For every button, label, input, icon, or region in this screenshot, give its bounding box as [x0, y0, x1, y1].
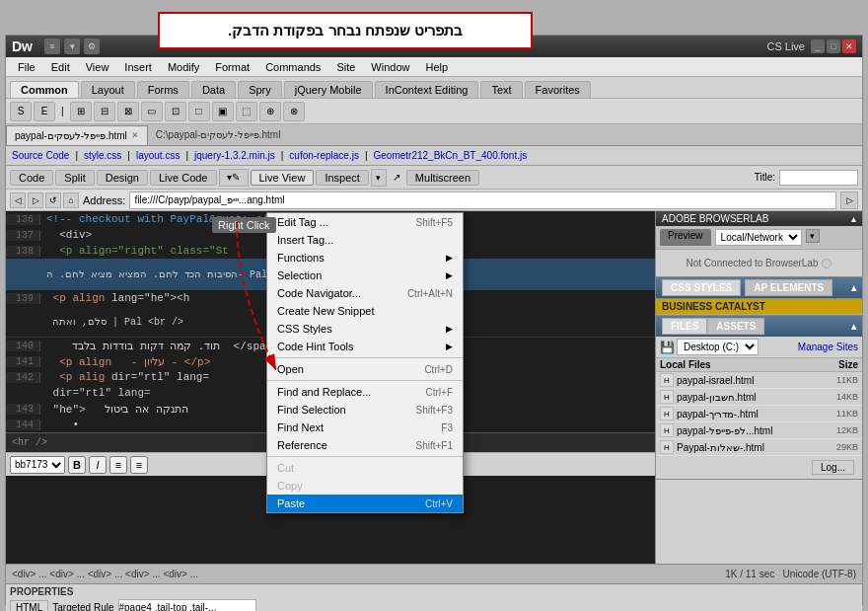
file-row-4[interactable]: H Paypal-שאלות-.html 29KB — [656, 439, 862, 456]
refresh-button[interactable]: ↺ — [45, 192, 61, 208]
cm-functions[interactable]: Functions ▶ — [267, 249, 463, 267]
inspect-icon[interactable]: ↗ — [389, 172, 404, 183]
menu-file[interactable]: File — [10, 59, 43, 75]
tool-3[interactable]: ⊠ — [117, 102, 139, 121]
title-input[interactable] — [779, 170, 858, 186]
menu-edit[interactable]: Edit — [43, 59, 78, 75]
view-inspect[interactable]: Inspect — [316, 170, 368, 186]
files-tab[interactable]: FILES — [662, 318, 707, 335]
cm-open[interactable]: Open Ctrl+D — [267, 360, 463, 378]
tool-standard[interactable]: S — [10, 102, 32, 121]
menu-site[interactable]: Site — [328, 59, 363, 75]
cm-selection[interactable]: Selection ▶ — [267, 267, 463, 284]
browserlab-collapse[interactable]: ▴ — [851, 213, 856, 224]
file-row-1[interactable]: H paypal-חשבון.html 14KB — [656, 389, 862, 406]
bl-arrow[interactable]: ▾ — [806, 229, 820, 243]
tool-4[interactable]: ▭ — [141, 102, 163, 121]
align-left[interactable]: ≡ — [109, 456, 127, 474]
cm-insert-tag[interactable]: Insert Tag... — [267, 231, 463, 249]
address-input[interactable] — [129, 191, 836, 209]
cm-find-selection[interactable]: Find Selection Shift+F3 — [267, 401, 463, 419]
related-layout[interactable]: layout.css — [134, 150, 181, 161]
tool-10[interactable]: ⊗ — [283, 102, 305, 121]
cm-find-replace[interactable]: Find and Replace... Ctrl+F — [267, 383, 463, 401]
related-style[interactable]: style.css — [82, 150, 123, 161]
cm-code-hint[interactable]: Code Hint Tools ▶ — [267, 338, 463, 355]
arrow-icon[interactable]: ▾ — [64, 38, 80, 54]
file-tab-close[interactable]: ✕ — [131, 130, 139, 140]
file-row-3[interactable]: H paypal-לפ-פייפל...html 12KB — [656, 422, 862, 439]
tool-5[interactable]: ⊡ — [165, 102, 186, 121]
bold-button[interactable]: B — [68, 456, 86, 474]
tool-6[interactable]: □ — [188, 102, 210, 121]
drive-select[interactable]: Desktop (C:) — [677, 339, 759, 355]
html-button[interactable]: HTML — [10, 600, 48, 612]
cm-create-snippet[interactable]: Create New Snippet — [267, 302, 463, 320]
cm-edit-tag[interactable]: Edit Tag ... Shift+F5 — [267, 213, 463, 231]
related-jquery[interactable]: jquery-1.3.2.min.js — [192, 150, 277, 161]
tool-8[interactable]: ⬚ — [236, 102, 257, 121]
tab-common[interactable]: Common — [10, 81, 79, 98]
inspect-arrow[interactable]: ▾ — [371, 169, 387, 187]
view-design[interactable]: Design — [97, 170, 148, 186]
tab-incontext[interactable]: InContext Editing — [375, 81, 479, 98]
forward-button[interactable]: ▷ — [28, 192, 43, 208]
tab-jquery-mobile[interactable]: jQuery Mobile — [284, 81, 373, 98]
tool-2[interactable]: ⊟ — [94, 102, 115, 121]
menu-modify[interactable]: Modify — [160, 59, 207, 75]
address-go[interactable]: ▷ — [840, 191, 858, 209]
bl-network-select[interactable]: Local/Network — [715, 229, 802, 246]
menu-format[interactable]: Format — [207, 59, 257, 75]
tab-data[interactable]: Data — [191, 81, 236, 98]
file-row-2[interactable]: H paypal-מדריך-.html 11KB — [656, 406, 862, 422]
tab-favorites[interactable]: Favorites — [525, 81, 591, 98]
css-collapse[interactable]: ▴ — [851, 282, 856, 293]
view-split[interactable]: Split — [55, 170, 94, 186]
targeted-rule-input[interactable] — [118, 599, 256, 611]
home-button[interactable]: ⌂ — [63, 192, 79, 208]
tool-7[interactable]: ▣ — [212, 102, 234, 121]
tab-forms[interactable]: Forms — [137, 81, 189, 98]
file-row-0[interactable]: H paypal-israel.html 11KB — [656, 372, 862, 389]
cm-css-styles[interactable]: CSS Styles ▶ — [267, 320, 463, 338]
manage-sites-link[interactable]: Manage Sites — [798, 342, 858, 352]
close-button[interactable]: ✕ — [842, 39, 856, 53]
css-styles-tab[interactable]: CSS STYLES — [662, 279, 741, 296]
tool-9[interactable]: ⊕ — [259, 102, 281, 121]
cm-paste[interactable]: Paste Ctrl+V — [267, 495, 463, 512]
view-code[interactable]: Code — [10, 170, 53, 186]
cm-find-next[interactable]: Find Next F3 — [267, 419, 463, 436]
menu-view[interactable]: View — [78, 59, 117, 75]
cm-code-navigator[interactable]: Code Navigator... Ctrl+Alt+N — [267, 284, 463, 302]
related-font[interactable]: Geometr212_BkCn_BT_400.font.js — [372, 150, 530, 161]
menu-commands[interactable]: Commands — [257, 59, 328, 75]
format-select[interactable]: bb7173 — [10, 456, 65, 474]
related-source[interactable]: Source Code — [10, 150, 71, 161]
italic-button[interactable]: I — [89, 456, 107, 474]
bl-preview-tab[interactable]: Preview — [660, 229, 711, 246]
view-live-code[interactable]: Live Code — [150, 170, 217, 186]
back-button[interactable]: ◁ — [10, 192, 26, 208]
live-code-arrow[interactable]: ▾✎ — [219, 169, 249, 187]
menu-help[interactable]: Help — [417, 59, 456, 75]
ap-elements-tab[interactable]: AP ELEMENTS — [745, 279, 832, 296]
align-center[interactable]: ≡ — [130, 456, 148, 474]
view-live-view[interactable]: Live View — [251, 170, 315, 186]
maximize-button[interactable]: □ — [827, 39, 840, 53]
settings-icon[interactable]: ⚙ — [84, 38, 100, 54]
tool-1[interactable]: ⊞ — [70, 102, 92, 121]
cm-reference[interactable]: Reference Shift+F1 — [267, 436, 463, 454]
file-tab-active[interactable]: paypal-פייפל-לעסקים.html ✕ — [6, 125, 148, 145]
tool-expanded[interactable]: E — [34, 102, 55, 121]
menu-insert[interactable]: Insert — [116, 59, 160, 75]
tab-layout[interactable]: Layout — [81, 81, 135, 98]
files-collapse[interactable]: ▴ — [851, 321, 856, 332]
tab-spry[interactable]: Spry — [238, 81, 282, 98]
assets-tab[interactable]: ASSETS — [707, 318, 764, 335]
tab-text[interactable]: Text — [480, 81, 522, 98]
log-button[interactable]: Log... — [812, 460, 854, 475]
minimize-button[interactable]: _ — [811, 39, 825, 53]
menu-icon[interactable]: ≡ — [44, 38, 60, 54]
related-cufon[interactable]: cufon-replace.js — [287, 150, 361, 161]
menu-window[interactable]: Window — [363, 59, 417, 75]
